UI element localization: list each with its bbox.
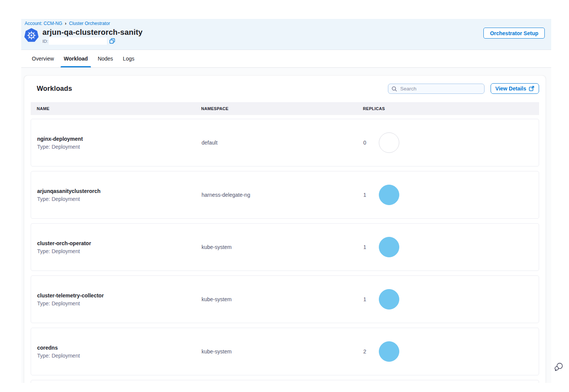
workload-namespace: harness-delegate-ng [202, 192, 363, 198]
replica-count: 1 [363, 192, 368, 198]
workload-type: Type: Deployment [37, 196, 202, 202]
tab-workload[interactable]: Workload [63, 50, 88, 67]
column-header-namespace: NAMESPACE [201, 106, 363, 111]
workload-namespace: kube-system [202, 348, 363, 355]
replica-count: 0 [363, 140, 368, 146]
breadcrumb-cluster-orchestrator-link[interactable]: Cluster Orchestrator [69, 21, 110, 26]
view-details-label: View Details [496, 86, 526, 92]
replica-status-circle [379, 185, 399, 205]
cluster-id-label: ID: [42, 39, 48, 44]
workload-name: coredns [37, 345, 202, 351]
workload-namespace: kube-system [202, 244, 363, 250]
replica-status-circle [379, 341, 399, 362]
workloads-card: Workloads View Details [24, 76, 546, 383]
replica-status-circle [379, 132, 399, 153]
orchestrator-setup-button[interactable]: Orchestrator Setup [483, 28, 545, 39]
workloads-heading: Workloads [37, 85, 72, 93]
breadcrumb-separator-icon: › [65, 21, 66, 26]
breadcrumb: Account: CCM-NG › Cluster Orchestrator [25, 21, 551, 26]
tab-nodes[interactable]: Nodes [97, 50, 113, 67]
column-header-replicas: REPLICAS [363, 106, 539, 111]
page-title: arjun-qa-clusterorch-sanity [42, 28, 142, 37]
table-row[interactable]: arjunqasanityclusterorch Type: Deploymen… [31, 171, 539, 219]
table-row[interactable]: cluster-telemetry-collector Type: Deploy… [31, 275, 539, 323]
table-row[interactable]: cluster-orch-operator Type: Deployment k… [31, 223, 539, 271]
workload-type: Type: Deployment [37, 248, 202, 254]
workload-namespace: default [202, 140, 363, 146]
replica-status-circle [379, 289, 399, 310]
workload-namespace: kube-system [202, 296, 363, 302]
workload-name: nginx-deployment [37, 136, 202, 142]
replica-count: 1 [363, 244, 368, 250]
cluster-orchestrator-app: Account: CCM-NG › Cluster Orchestrator [21, 19, 551, 383]
tab-bar: Overview Workload Nodes Logs [21, 50, 551, 68]
workload-name: cluster-orch-operator [37, 240, 202, 246]
page-header: Account: CCM-NG › Cluster Orchestrator [21, 19, 551, 50]
view-details-button[interactable]: View Details [491, 83, 539, 94]
tab-overview[interactable]: Overview [31, 50, 54, 67]
workload-name: arjunqasanityclusterorch [37, 188, 202, 194]
search-icon [391, 86, 397, 92]
workload-type: Type: Deployment [37, 353, 202, 359]
breadcrumb-account-link[interactable]: Account: CCM-NG [25, 21, 62, 26]
external-link-icon [529, 86, 534, 91]
workload-name: cluster-telemetry-collector [37, 292, 202, 299]
replica-count: 2 [363, 348, 368, 355]
replica-count: 1 [363, 296, 368, 302]
tab-logs[interactable]: Logs [122, 50, 134, 67]
copy-icon[interactable] [109, 38, 115, 44]
chat-bubbles-icon[interactable] [554, 362, 564, 372]
table-row[interactable]: nginx-deployment Type: Deployment defaul… [31, 119, 539, 166]
kubernetes-logo-icon [24, 28, 39, 42]
cluster-id-value-redacted [49, 37, 107, 45]
search-input[interactable] [388, 84, 485, 94]
workload-type: Type: Deployment [37, 300, 202, 306]
column-header-name: NAME [31, 106, 201, 111]
workload-type: Type: Deployment [37, 144, 202, 150]
replica-status-circle [379, 237, 399, 257]
workloads-table-header: NAME NAMESPACE REPLICAS [31, 102, 539, 115]
table-row-partial[interactable] [31, 380, 539, 383]
workloads-table-body: nginx-deployment Type: Deployment defaul… [31, 119, 539, 375]
table-row[interactable]: coredns Type: Deployment kube-system 2 [31, 328, 539, 375]
